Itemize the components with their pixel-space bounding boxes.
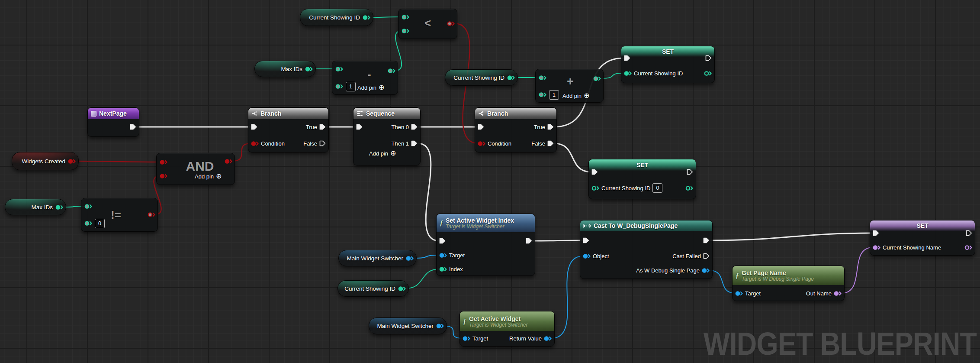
data-pin-var-out[interactable] — [964, 245, 972, 250]
data-pin-out[interactable] — [507, 75, 515, 81]
node-maxids1[interactable]: Max IDs — [254, 61, 316, 77]
exec-pin-exec-in[interactable] — [873, 230, 879, 236]
exec-pin-true[interactable] — [319, 124, 326, 130]
data-pin-index[interactable] — [439, 266, 447, 272]
data-pin-return[interactable] — [544, 336, 552, 341]
add-pin-button[interactable]: Add pin⊕ — [357, 84, 385, 91]
data-pin-out[interactable] — [68, 159, 76, 164]
wire[interactable] — [554, 143, 591, 172]
exec-pin-exec-in[interactable] — [583, 237, 589, 243]
node-sawi[interactable]: ƒSet Active Widget IndexTarget is Widget… — [436, 214, 535, 276]
exec-pin-false[interactable] — [547, 140, 554, 146]
node-mws1[interactable]: Main Widget Switcher — [338, 250, 417, 266]
exec-pin-exec-in[interactable] — [356, 124, 363, 130]
node-widgets_created[interactable]: Widgets Created — [12, 152, 79, 170]
literal-input[interactable]: 0 — [652, 183, 662, 193]
node-sequence[interactable]: SequenceThen 0Then 1Add pin⊕ — [353, 107, 421, 165]
exec-pin-exec-in[interactable] — [478, 124, 484, 130]
wire[interactable] — [709, 270, 736, 293]
data-pin-in2[interactable] — [84, 220, 92, 226]
node-set1[interactable]: SETCurrent Showing ID — [621, 46, 715, 83]
data-pin-in1[interactable] — [160, 159, 167, 165]
node-neq[interactable]: !=0 — [81, 198, 158, 232]
exec-pin-then0[interactable] — [411, 124, 418, 130]
data-pin-out[interactable] — [305, 66, 313, 72]
data-pin-in1[interactable] — [402, 14, 409, 20]
node-branch1[interactable]: BranchTrueConditionFalse — [248, 107, 329, 152]
node-mws2[interactable]: Main Widget Switcher — [369, 318, 447, 334]
node-csid_top[interactable]: Current Showing ID — [300, 9, 373, 26]
node-nextpage[interactable]: NextPage — [87, 107, 139, 137]
data-pin-out[interactable] — [148, 212, 155, 217]
exec-pin-then1[interactable] — [411, 140, 418, 146]
exec-pin-exec-out[interactable] — [705, 55, 712, 61]
node-gpn[interactable]: ƒGet Page NameTarget is W Debug Single P… — [732, 266, 845, 301]
data-pin-condition[interactable] — [478, 141, 485, 146]
data-pin-out[interactable] — [406, 256, 414, 261]
node-and[interactable]: ANDAdd pin⊕ — [156, 153, 235, 185]
exec-pin-false[interactable] — [319, 140, 326, 146]
data-pin-in1[interactable] — [335, 66, 343, 72]
exec-pin-exec-out[interactable] — [526, 238, 532, 244]
data-pin-var-in[interactable] — [591, 185, 599, 191]
node-branch2[interactable]: BranchTrueConditionFalse — [475, 107, 557, 152]
node-set3[interactable]: SETCurrent Showing Name — [870, 220, 975, 256]
add-pin-button[interactable]: Add pin⊕ — [369, 150, 405, 157]
data-pin-in2[interactable] — [160, 173, 167, 179]
data-pin-target[interactable] — [439, 253, 447, 258]
wire[interactable] — [413, 255, 440, 258]
data-pin-var-out[interactable] — [685, 185, 693, 191]
data-pin-in1[interactable] — [539, 75, 546, 81]
data-pin-out[interactable] — [388, 68, 395, 74]
add-pin-button[interactable]: Add pin⊕ — [562, 92, 590, 99]
wire[interactable] — [405, 269, 440, 288]
data-pin-aswdsp[interactable] — [702, 268, 710, 273]
node-csid_bottom[interactable]: Current Showing ID — [337, 280, 409, 297]
data-pin-var-in[interactable] — [624, 71, 632, 76]
node-cast[interactable]: Cast To W_DebugSinglePageObjectCast Fail… — [580, 220, 713, 279]
node-set2[interactable]: SETCurrent Showing ID0 — [588, 159, 696, 199]
exec-pin-exec-in[interactable] — [591, 169, 598, 175]
exec-pin-out[interactable] — [130, 124, 136, 130]
exec-pin-true[interactable] — [547, 124, 554, 130]
exec-pin-exec-in[interactable] — [251, 124, 257, 130]
data-pin-object[interactable] — [583, 253, 591, 259]
data-pin-in1[interactable] — [84, 204, 92, 209]
data-pin-out[interactable] — [436, 323, 444, 329]
blueprint-canvas[interactable]: WIDGET BLUEPRINT Current Showing IDMax I… — [0, 0, 980, 363]
wire[interactable] — [841, 247, 873, 293]
data-pin-target[interactable] — [463, 336, 470, 341]
node-lt[interactable]: < — [398, 9, 457, 39]
wire[interactable] — [533, 240, 583, 241]
exec-pin-exec-out[interactable] — [687, 169, 693, 175]
data-pin-out[interactable] — [363, 15, 370, 20]
literal-input[interactable]: 1 — [549, 90, 559, 100]
exec-pin-exec-in[interactable] — [624, 55, 630, 61]
data-pin-outname[interactable] — [834, 291, 842, 296]
exec-pin-exec-out[interactable] — [703, 237, 710, 243]
data-pin-in2[interactable] — [335, 84, 343, 89]
data-pin-out[interactable] — [447, 21, 455, 26]
data-pin-out[interactable] — [398, 286, 406, 292]
node-csid_mid[interactable]: Current Showing ID — [445, 69, 518, 86]
data-pin-target[interactable] — [735, 291, 743, 296]
data-pin-var-out[interactable] — [704, 71, 712, 76]
data-pin-in2[interactable] — [539, 92, 546, 97]
data-pin-condition[interactable] — [251, 141, 259, 146]
node-gaw[interactable]: ƒGet Active WidgetTarget is Widget Switc… — [459, 311, 555, 347]
node-maxids2[interactable]: Max IDs — [5, 199, 66, 215]
node-minus[interactable]: -1Add pin⊕ — [332, 61, 398, 95]
exec-pin-exec-out[interactable] — [966, 230, 972, 236]
add-pin-button[interactable]: Add pin⊕ — [195, 173, 222, 180]
wire[interactable] — [551, 256, 583, 338]
wire[interactable] — [370, 17, 402, 17]
data-pin-var-in[interactable] — [873, 245, 880, 250]
data-pin-out[interactable] — [225, 159, 232, 164]
data-pin-out[interactable] — [55, 204, 63, 210]
wire[interactable] — [75, 161, 160, 162]
literal-input[interactable]: 0 — [95, 219, 105, 228]
data-pin-in2[interactable] — [402, 28, 409, 34]
node-plus[interactable]: +1Add pin⊕ — [535, 69, 604, 103]
exec-pin-cast-failed[interactable] — [703, 253, 710, 259]
exec-pin-exec-in[interactable] — [439, 238, 446, 244]
